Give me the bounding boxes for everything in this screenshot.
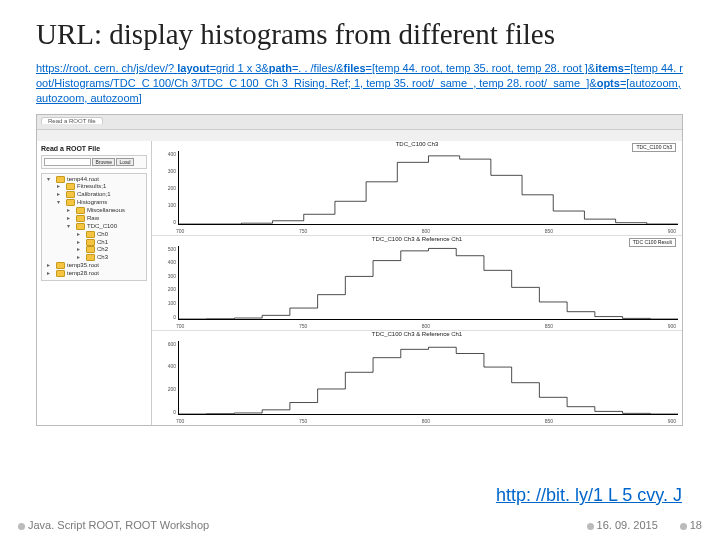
tree-item: ▸Ch1 xyxy=(74,239,144,247)
expand-icon[interactable]: ▸ xyxy=(74,239,82,247)
expand-icon[interactable]: ▾ xyxy=(54,199,62,207)
slide-title: URL: display histograms from different f… xyxy=(36,18,684,51)
plot-grid: TDC_C100 Ch3 TDC_C100 Ch3 4003002001000 … xyxy=(152,141,682,425)
tree-item: ▸Ch2 xyxy=(74,246,144,254)
expand-icon[interactable]: ▸ xyxy=(74,254,82,262)
browser-tabbar: Read a ROOT file xyxy=(37,115,682,130)
expand-icon[interactable]: ▾ xyxy=(64,223,72,231)
folder-icon xyxy=(86,246,95,253)
url-seg: https://root. cern. ch/js/dev/? xyxy=(36,62,177,74)
plot-title: TDC_C100 Ch3 & Reference Ch1 xyxy=(370,331,464,337)
plot-pane-2: TDC_C100 Ch3 & Reference Ch1 TDC C100 Re… xyxy=(152,236,682,331)
tree-item: ▸Miscellaneous xyxy=(64,207,144,215)
folder-icon xyxy=(86,239,95,246)
folder-icon xyxy=(56,270,65,277)
y-axis: 5004003002001000 xyxy=(156,238,178,328)
folder-icon xyxy=(56,176,65,183)
browse-button[interactable]: Browse xyxy=(92,158,115,166)
expand-icon[interactable]: ▸ xyxy=(74,231,82,239)
short-url-link[interactable]: http: //bit. ly/1 L 5 cvy. J xyxy=(496,485,682,506)
expand-icon[interactable]: ▸ xyxy=(54,191,62,199)
url-key-path: path xyxy=(269,62,292,74)
tree-item: ▾temp44.root xyxy=(44,176,144,184)
folder-icon xyxy=(66,183,75,190)
chart-area xyxy=(178,151,678,225)
folder-icon xyxy=(76,215,85,222)
file-input[interactable] xyxy=(44,158,91,166)
long-url[interactable]: https://root. cern. ch/js/dev/? layout=g… xyxy=(36,61,684,106)
expand-icon[interactable]: ▾ xyxy=(44,176,52,184)
page-body: Read a ROOT File Browse Load ▾temp44.roo… xyxy=(37,141,682,425)
expand-icon[interactable]: ▸ xyxy=(44,270,52,278)
sidebar: Read a ROOT File Browse Load ▾temp44.roo… xyxy=(37,141,152,425)
folder-icon xyxy=(66,191,75,198)
url-key-opts: opts xyxy=(597,77,620,89)
load-button[interactable]: Load xyxy=(116,158,133,166)
tree-item: ▸Raw xyxy=(64,215,144,223)
expand-icon[interactable]: ▸ xyxy=(54,183,62,191)
url-seg: =[temp 44. root, temp 35. root, temp 28.… xyxy=(366,62,596,74)
file-tree[interactable]: ▾temp44.root ▸Fitresults;1 ▸Calibration;… xyxy=(41,173,147,281)
expand-icon[interactable]: ▸ xyxy=(74,246,82,254)
y-axis: 4003002001000 xyxy=(156,143,178,233)
plot-title: TDC_C100 Ch3 xyxy=(394,141,441,147)
bullet-icon xyxy=(587,523,594,530)
plot-pane-3: TDC_C100 Ch3 & Reference Ch1 6004002000 … xyxy=(152,331,682,425)
footer-left: Java. Script ROOT, ROOT Workshop xyxy=(28,519,209,531)
tree-item: ▸temp35.root xyxy=(44,262,144,270)
folder-icon xyxy=(56,262,65,269)
expand-icon[interactable]: ▸ xyxy=(64,207,72,215)
y-axis: 6004002000 xyxy=(156,333,178,423)
url-key-layout: layout xyxy=(177,62,209,74)
plot-title: TDC_C100 Ch3 & Reference Ch1 xyxy=(370,236,464,242)
tree-item: ▾TDC_C100 xyxy=(64,223,144,231)
tree-item: ▸Ch0 xyxy=(74,231,144,239)
plot-pane-1: TDC_C100 Ch3 TDC_C100 Ch3 4003002001000 … xyxy=(152,141,682,236)
bullet-icon xyxy=(680,523,687,530)
tree-item: ▸Calibration;1 xyxy=(54,191,144,199)
url-seg: =. . /files/& xyxy=(292,62,344,74)
x-axis: 700750800850900 xyxy=(176,323,676,330)
tree-item: ▸temp28.root xyxy=(44,270,144,278)
folder-icon xyxy=(76,207,85,214)
browser-tab: Read a ROOT file xyxy=(41,117,103,124)
sidebar-title: Read a ROOT File xyxy=(41,145,147,152)
folder-icon xyxy=(66,199,75,206)
tree-item: ▸Ch3 xyxy=(74,254,144,262)
folder-icon xyxy=(76,223,85,230)
tree-item: ▾Histograms xyxy=(54,199,144,207)
embedded-screenshot: Read a ROOT file Read a ROOT File Browse… xyxy=(36,114,683,426)
footer-page: 18 xyxy=(690,519,702,531)
tab-label: Read a ROOT file xyxy=(41,117,103,124)
slide: URL: display histograms from different f… xyxy=(0,0,720,540)
folder-icon xyxy=(86,254,95,261)
expand-icon[interactable]: ▸ xyxy=(44,262,52,270)
tree-item: ▸Fitresults;1 xyxy=(54,183,144,191)
file-open-form: Browse Load xyxy=(41,155,147,169)
x-axis: 700750800850900 xyxy=(176,418,676,425)
url-seg: =grid 1 x 3& xyxy=(210,62,269,74)
url-key-files: files xyxy=(344,62,366,74)
slide-footer: Java. Script ROOT, ROOT Workshop 16. 09.… xyxy=(0,516,720,534)
bullet-icon xyxy=(18,523,25,530)
expand-icon[interactable]: ▸ xyxy=(64,215,72,223)
footer-date: 16. 09. 2015 xyxy=(597,519,658,531)
url-key-items: items xyxy=(595,62,624,74)
chart-area xyxy=(178,246,678,320)
x-axis: 700750800850900 xyxy=(176,228,676,235)
folder-icon xyxy=(86,231,95,238)
chart-area xyxy=(178,341,678,415)
